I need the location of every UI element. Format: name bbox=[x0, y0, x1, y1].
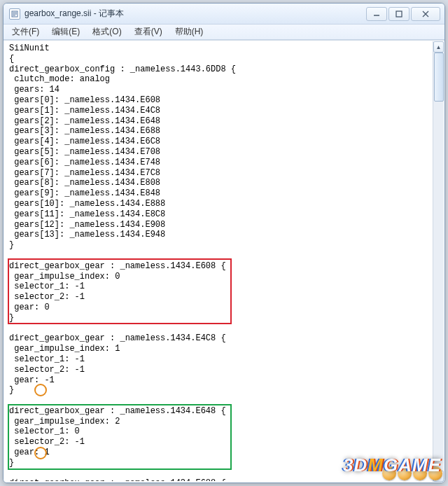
minimize-button[interactable] bbox=[366, 7, 387, 21]
txt: gears[4]: _nameless.1434.E6C8 bbox=[9, 137, 160, 146]
txt: gear_impulse_index: 0 bbox=[9, 272, 120, 282]
txt: gears[7]: _nameless.1434.E7C8 bbox=[9, 168, 160, 178]
txt: gears: 14 bbox=[9, 85, 59, 95]
notepad-window: gearbox_range.sii - 记事本 文件(F) 编辑(E) 格式(O… bbox=[3, 3, 445, 483]
txt: selector_1: 0 bbox=[9, 426, 80, 436]
menu-format[interactable]: 格式(O) bbox=[87, 25, 127, 39]
window-controls bbox=[366, 7, 440, 21]
close-icon bbox=[421, 11, 430, 18]
maximize-button[interactable] bbox=[388, 7, 410, 21]
titlebar[interactable]: gearbox_range.sii - 记事本 bbox=[4, 4, 444, 25]
txt: direct_gearbox_gear : _nameless.1434.E64… bbox=[9, 406, 226, 416]
txt: gears[8]: _nameless.1434.E808 bbox=[9, 178, 160, 188]
txt: gear: 1 bbox=[9, 447, 50, 457]
txt: gears[0]: _nameless.1434.E608 bbox=[9, 95, 160, 105]
txt: SiiNunit bbox=[9, 43, 50, 53]
maximize-icon bbox=[396, 11, 402, 18]
svg-rect-5 bbox=[396, 11, 402, 17]
txt: { bbox=[9, 54, 14, 64]
scroll-thumb[interactable] bbox=[434, 53, 444, 102]
txt: } bbox=[9, 385, 14, 395]
txt: selector_2: -1 bbox=[9, 437, 85, 447]
txt: direct_gearbox_gear : _nameless.1434.E60… bbox=[9, 261, 226, 271]
scroll-up-button[interactable]: ▲ bbox=[433, 41, 444, 53]
txt: gears[9]: _nameless.1434.E848 bbox=[9, 188, 160, 198]
menu-file[interactable]: 文件(F) bbox=[6, 25, 45, 39]
vertical-scrollbar[interactable]: ▲ ▼ bbox=[433, 41, 444, 482]
menubar: 文件(F) 编辑(E) 格式(O) 查看(V) 帮助(H) bbox=[4, 25, 444, 40]
txt: selector_2: -1 bbox=[9, 292, 85, 302]
menu-help[interactable]: 帮助(H) bbox=[169, 25, 209, 39]
txt: gear_impulse_index: 1 bbox=[9, 344, 120, 354]
txt: gears[2]: _nameless.1434.E648 bbox=[9, 116, 160, 126]
txt: gears[10]: _nameless.1434.E888 bbox=[9, 199, 165, 209]
txt: selector_2: -1 bbox=[9, 365, 85, 375]
txt: gear: 0 bbox=[9, 303, 50, 312]
txt: selector_1: -1 bbox=[9, 354, 85, 364]
menu-view[interactable]: 查看(V) bbox=[129, 25, 168, 39]
txt: gears[1]: _nameless.1434.E4C8 bbox=[9, 106, 160, 116]
txt: direct_gearbox_gear : _nameless.1434.E68… bbox=[9, 478, 226, 481]
txt: direct_gearbox_gear : _nameless.1434.E4C… bbox=[9, 333, 226, 343]
txt: gear_impulse_index: 2 bbox=[9, 417, 120, 426]
txt: gears[11]: _nameless.1434.E8C8 bbox=[9, 209, 165, 219]
menu-edit[interactable]: 编辑(E) bbox=[46, 25, 85, 39]
txt: selector_1: -1 bbox=[9, 282, 85, 291]
txt: gears[13]: _nameless.1434.E948 bbox=[9, 230, 165, 239]
txt: } bbox=[9, 313, 14, 323]
app-icon bbox=[9, 8, 20, 20]
minimize-icon bbox=[373, 11, 380, 18]
txt: gears[3]: _nameless.1434.E688 bbox=[9, 126, 160, 136]
text-editor[interactable]: SiiNunit { direct_gearbox_config : _name… bbox=[5, 42, 432, 481]
content-area: SiiNunit { direct_gearbox_config : _name… bbox=[4, 40, 444, 482]
txt: gear: -1 bbox=[9, 375, 55, 385]
txt: } bbox=[9, 240, 14, 250]
txt: clutch_mode: analog bbox=[9, 74, 110, 84]
close-button[interactable] bbox=[411, 7, 440, 21]
txt: gears[6]: _nameless.1434.E748 bbox=[9, 158, 160, 167]
txt: direct_gearbox_config : _nameless.1443.6… bbox=[9, 64, 236, 74]
txt: gears[5]: _nameless.1434.E708 bbox=[9, 147, 160, 157]
scroll-down-button[interactable]: ▼ bbox=[433, 471, 444, 482]
txt: gears[12]: _nameless.1434.E908 bbox=[9, 220, 165, 230]
window-title: gearbox_range.sii - 记事本 bbox=[24, 8, 366, 20]
txt: } bbox=[9, 458, 14, 468]
